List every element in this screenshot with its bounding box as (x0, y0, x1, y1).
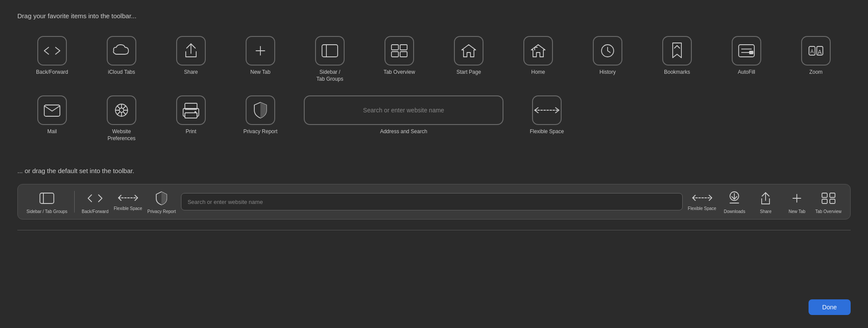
toolbar-item-icloud-tabs[interactable]: iCloud Tabs (87, 32, 156, 87)
website-preferences-icon-box (107, 95, 136, 125)
address-search-placeholder: Search or enter website name (363, 107, 444, 114)
svg-rect-2 (322, 45, 338, 57)
bar-item-privacy-report[interactable]: Privacy Report (148, 190, 176, 214)
bar-new-tab-icon (788, 190, 806, 207)
toolbar-item-print[interactable]: Print (156, 91, 226, 146)
bar-item-sidebar[interactable]: Sidebar / Tab Groups (26, 190, 67, 214)
toolbar-bar-divider (17, 230, 851, 230)
bar-downloads-icon (726, 190, 743, 207)
svg-rect-35 (40, 193, 54, 203)
svg-text:A: A (818, 49, 822, 56)
toolbar-item-zoom[interactable]: A A Zoom (781, 32, 851, 87)
privacy-report-icon-box (246, 95, 275, 125)
toolbar-item-back-forward[interactable]: Back/Forward (17, 32, 87, 87)
svg-rect-44 (830, 193, 835, 197)
privacy-report-top-label: Privacy Report (243, 128, 278, 135)
bar-back-forward-icon (86, 190, 104, 207)
bar-flex-space-1-icon (118, 193, 138, 204)
share-label: Share (184, 69, 198, 76)
bar-item-downloads[interactable]: Downloads (721, 190, 747, 214)
toolbar-item-tab-overview[interactable]: Tab Overview (365, 32, 434, 87)
toolbar-item-share[interactable]: Share (156, 32, 226, 87)
bar-new-tab-label: New Tab (789, 209, 806, 214)
toolbar-item-new-tab[interactable]: New Tab (226, 32, 295, 87)
share-icon-box (176, 36, 206, 66)
done-button[interactable]: Done (809, 299, 851, 315)
mail-icon-box (37, 95, 67, 125)
bar-item-share[interactable]: Share (753, 190, 779, 214)
bar-flex-space-2-icon (692, 193, 712, 204)
bar-downloads-label: Downloads (724, 209, 745, 214)
svg-line-28 (117, 112, 120, 115)
print-label: Print (186, 128, 197, 135)
start-page-icon-box (454, 36, 483, 66)
svg-rect-12 (749, 51, 753, 54)
print-icon-box (176, 95, 206, 125)
bar-share-label: Share (760, 209, 772, 214)
svg-rect-45 (822, 199, 827, 203)
toolbar-item-mail[interactable]: Mail (17, 91, 87, 146)
bar-address-search[interactable]: Search or enter website name (181, 193, 683, 210)
bar-privacy-report-label: Privacy Report (148, 209, 176, 214)
svg-rect-5 (400, 45, 407, 50)
mail-label: Mail (47, 128, 57, 135)
zoom-label: Zoom (809, 69, 823, 76)
svg-line-26 (123, 112, 126, 115)
bar-sidebar-label: Sidebar / Tab Groups (26, 209, 67, 214)
website-preferences-label: WebsitePreferences (108, 128, 136, 142)
bottom-bar: Done (17, 292, 851, 315)
bar-search-placeholder: Search or enter website name (187, 199, 263, 205)
svg-point-33 (194, 111, 196, 113)
new-tab-label: New Tab (250, 69, 270, 76)
toolbar-items-grid: Back/Forward iCloud Tabs Share N (17, 32, 851, 146)
svg-rect-46 (830, 199, 835, 203)
flexible-space-icon-box (532, 95, 562, 125)
bottom-instruction: ... or drag the default set into the too… (17, 167, 851, 174)
icloud-tabs-icon-box (107, 36, 136, 66)
back-forward-label: Back/Forward (36, 69, 68, 76)
svg-text:A: A (810, 49, 814, 55)
history-label: History (599, 69, 615, 76)
toolbar-item-autofill[interactable]: AutoFill (712, 32, 781, 87)
address-search-box: Search or enter website name (304, 95, 503, 125)
toolbar-item-address-search[interactable]: Search or enter website name Address and… (295, 91, 512, 146)
toolbar-item-privacy-report[interactable]: Privacy Report (226, 91, 295, 146)
toolbar-item-start-page[interactable]: Start Page (434, 32, 503, 87)
toolbar-item-sidebar-tab-groups[interactable]: Sidebar /Tab Groups (295, 32, 365, 87)
home-icon-box (523, 36, 553, 66)
tab-overview-icon-box (385, 36, 414, 66)
tab-overview-label: Tab Overview (384, 69, 415, 76)
default-toolbar-bar: Sidebar / Tab Groups Back/Forward Flexib… (17, 184, 851, 220)
bar-tab-overview-icon (820, 190, 837, 207)
toolbar-item-website-preferences[interactable]: WebsitePreferences (87, 91, 156, 146)
bar-item-tab-overview[interactable]: Tab Overview (815, 190, 842, 214)
bar-item-new-tab[interactable]: New Tab (784, 190, 810, 214)
sidebar-tab-groups-label: Sidebar /Tab Groups (316, 69, 343, 82)
toolbar-item-bookmarks[interactable]: Bookmarks (642, 32, 712, 87)
bar-flex-space-2-label: Flexible Space (688, 206, 717, 211)
bar-tab-overview-label: Tab Overview (815, 209, 842, 214)
bar-separator-1 (74, 191, 75, 213)
icloud-tabs-label: iCloud Tabs (108, 69, 135, 76)
zoom-icon-box: A A (801, 36, 831, 66)
bar-item-back-forward[interactable]: Back/Forward (82, 190, 108, 214)
bar-item-flexible-space-1[interactable]: Flexible Space (114, 193, 142, 211)
bar-share-icon (757, 190, 774, 207)
bar-item-flexible-space-2[interactable]: Flexible Space (688, 193, 717, 211)
toolbar-item-history[interactable]: History (573, 32, 642, 87)
sidebar-icon-box (315, 36, 345, 66)
bar-sidebar-icon (38, 190, 56, 207)
svg-rect-43 (822, 193, 827, 197)
new-tab-icon-box (246, 36, 275, 66)
back-forward-icon-box (37, 36, 67, 66)
start-page-label: Start Page (457, 69, 481, 76)
svg-line-25 (117, 106, 120, 109)
toolbar-item-home[interactable]: Home (503, 32, 573, 87)
toolbar-item-flexible-space[interactable]: Flexible Space (512, 91, 582, 146)
bookmarks-icon-box (662, 36, 692, 66)
svg-line-27 (123, 106, 126, 109)
history-icon-box (593, 36, 622, 66)
bookmarks-label: Bookmarks (664, 69, 690, 76)
bar-back-forward-label: Back/Forward (82, 209, 108, 214)
autofill-label: AutoFill (738, 69, 755, 76)
